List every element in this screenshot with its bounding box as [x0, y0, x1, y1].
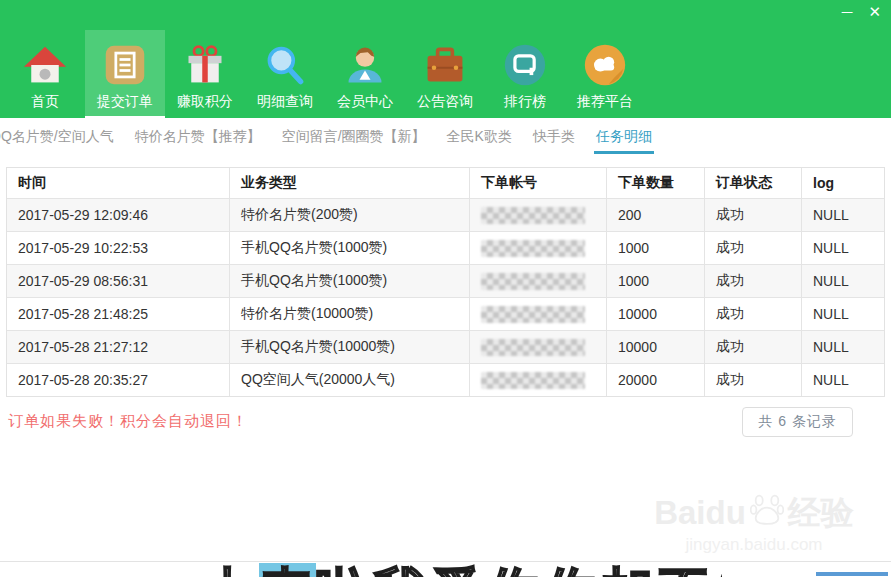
cell-time: 2017-05-28 20:35:27 — [7, 364, 229, 396]
cell-status: 成功 — [704, 232, 801, 264]
table-row: 2017-05-29 12:09:46 特价名片赞(200赞) 200 成功 N… — [7, 198, 884, 231]
ranking-icon — [502, 42, 548, 88]
orders-table: 时间 业务类型 下单帐号 下单数量 订单状态 log 2017-05-29 12… — [6, 167, 885, 397]
nav-item-ranking[interactable]: 排行榜 — [485, 30, 565, 118]
cell-status: 成功 — [704, 331, 801, 363]
table-row: 2017-05-28 21:48:25 特价名片赞(10000赞) 10000 … — [7, 297, 884, 330]
cell-time: 2017-05-28 21:48:25 — [7, 298, 229, 330]
refund-warning-text: 订单如果失败！积分会自动退回！ — [8, 412, 248, 431]
nav-item-announcements[interactable]: 公告咨询 — [405, 30, 485, 118]
cell-qty: 10000 — [606, 298, 704, 330]
cell-type: 手机QQ名片赞(1000赞) — [229, 232, 469, 264]
masked-account — [481, 207, 585, 224]
cell-log: NULL — [801, 364, 884, 396]
masked-account — [481, 372, 585, 389]
masked-account — [481, 306, 585, 323]
tab-k-song[interactable]: 全民K歌类 — [445, 121, 514, 154]
nav-item-member-center[interactable]: 会员中心 — [325, 30, 405, 118]
tab-qq-card-likes[interactable]: QQ名片赞/空间人气 — [0, 121, 116, 154]
cell-status: 成功 — [704, 265, 801, 297]
cell-type: QQ空间人气(20000人气) — [229, 364, 469, 396]
cell-type: 特价名片赞(200赞) — [229, 199, 469, 231]
nav-item-earn-points[interactable]: 赚取积分 — [165, 30, 245, 118]
watermark-brand-suffix: 经验 — [788, 495, 854, 531]
caption-highlighted-segment: 麦 — [259, 563, 316, 577]
cell-log: NULL — [801, 232, 884, 264]
cell-qty: 1000 — [606, 265, 704, 297]
watermark-url: jingyan.baidu.com — [629, 535, 879, 555]
caption-segment: 上 — [202, 563, 259, 577]
gift-icon — [182, 42, 228, 88]
masked-account — [481, 240, 585, 257]
cell-status: 成功 — [704, 298, 801, 330]
col-header-qty: 下单数量 — [606, 168, 704, 198]
nav-item-detail-query[interactable]: 明细查询 — [245, 30, 325, 118]
caption-segment: 啦我爱你你却不知道 — [316, 563, 722, 577]
briefcase-icon — [422, 42, 468, 88]
col-header-status: 订单状态 — [704, 168, 801, 198]
nav-item-home[interactable]: 首页 — [5, 30, 85, 118]
cell-account — [469, 331, 606, 363]
cell-account — [469, 364, 606, 396]
record-count-badge: 共 6 条记录 — [742, 407, 853, 437]
cell-log: NULL — [801, 265, 884, 297]
col-header-log: log — [801, 168, 884, 198]
minimize-button[interactable]: ─ — [842, 4, 853, 19]
cell-account — [469, 199, 606, 231]
main-nav: 首页 提交订单 赚取积分 — [0, 30, 891, 118]
category-tab-bar: QQ名片赞/空间人气 特价名片赞【推荐】 空间留言/圈圈赞【新】 全民K歌类 快… — [0, 118, 891, 154]
tab-special-card-likes[interactable]: 特价名片赞【推荐】 — [133, 121, 263, 154]
nav-item-label: 首页 — [31, 93, 59, 111]
baidu-paw-icon — [750, 492, 784, 533]
tab-task-detail[interactable]: 任务明细 — [594, 121, 654, 154]
cell-qty: 1000 — [606, 232, 704, 264]
baidu-jingyan-watermark: Baidu 经验 jingyan.baidu.com — [629, 492, 879, 555]
masked-account — [481, 339, 585, 356]
watermark-brand-text: Baidu — [654, 495, 746, 531]
cell-status: 成功 — [704, 364, 801, 396]
table-row: 2017-05-29 10:22:53 手机QQ名片赞(1000赞) 1000 … — [7, 231, 884, 264]
nav-item-label: 提交订单 — [97, 93, 153, 111]
nav-item-label: 明细查询 — [257, 93, 313, 111]
close-button[interactable]: ✕ — [868, 4, 881, 19]
cell-log: NULL — [801, 298, 884, 330]
cell-type: 手机QQ名片赞(1000赞) — [229, 265, 469, 297]
table-row: 2017-05-28 20:35:27 QQ空间人气(20000人气) 2000… — [7, 363, 884, 396]
table-header-row: 时间 业务类型 下单帐号 下单数量 订单状态 log — [7, 168, 884, 198]
nav-item-label: 排行榜 — [504, 93, 546, 111]
table-row: 2017-05-28 21:27:12 手机QQ名片赞(10000赞) 1000… — [7, 330, 884, 363]
cell-status: 成功 — [704, 199, 801, 231]
cell-account — [469, 298, 606, 330]
cell-account — [469, 232, 606, 264]
cell-time: 2017-05-28 21:27:12 — [7, 331, 229, 363]
nav-item-label: 推荐平台 — [577, 93, 633, 111]
cell-log: NULL — [801, 331, 884, 363]
cloud-platform-icon — [582, 42, 628, 88]
nav-item-label: 会员中心 — [337, 93, 393, 111]
cell-account — [469, 265, 606, 297]
tab-kuaishou[interactable]: 快手类 — [531, 121, 577, 154]
tab-space-message-likes[interactable]: 空间留言/圈圈赞【新】 — [280, 121, 428, 154]
nav-item-submit-order[interactable]: 提交订单 — [85, 30, 165, 118]
cell-qty: 10000 — [606, 331, 704, 363]
magnifier-icon — [262, 42, 308, 88]
cell-log: NULL — [801, 199, 884, 231]
col-header-type: 业务类型 — [229, 168, 469, 198]
masked-account — [481, 273, 585, 290]
member-icon — [342, 42, 388, 88]
cell-time: 2017-05-29 12:09:46 — [7, 199, 229, 231]
cell-time: 2017-05-29 10:22:53 — [7, 232, 229, 264]
title-bar: ─ ✕ — [0, 0, 891, 30]
home-icon — [22, 42, 68, 88]
cell-qty: 20000 — [606, 364, 704, 396]
cell-qty: 200 — [606, 199, 704, 231]
table-row: 2017-05-29 08:56:31 手机QQ名片赞(1000赞) 1000 … — [7, 264, 884, 297]
nav-item-label: 赚取积分 — [177, 93, 233, 111]
col-header-time: 时间 — [7, 168, 229, 198]
cell-type: 特价名片赞(10000赞) — [229, 298, 469, 330]
nav-item-recommend-platform[interactable]: 推荐平台 — [565, 30, 645, 118]
bottom-blue-bar — [816, 572, 888, 576]
bottom-clipped-caption: 上麦啦我爱你你却不知道 — [202, 558, 722, 577]
col-header-account: 下单帐号 — [469, 168, 606, 198]
submit-order-icon — [102, 42, 148, 88]
